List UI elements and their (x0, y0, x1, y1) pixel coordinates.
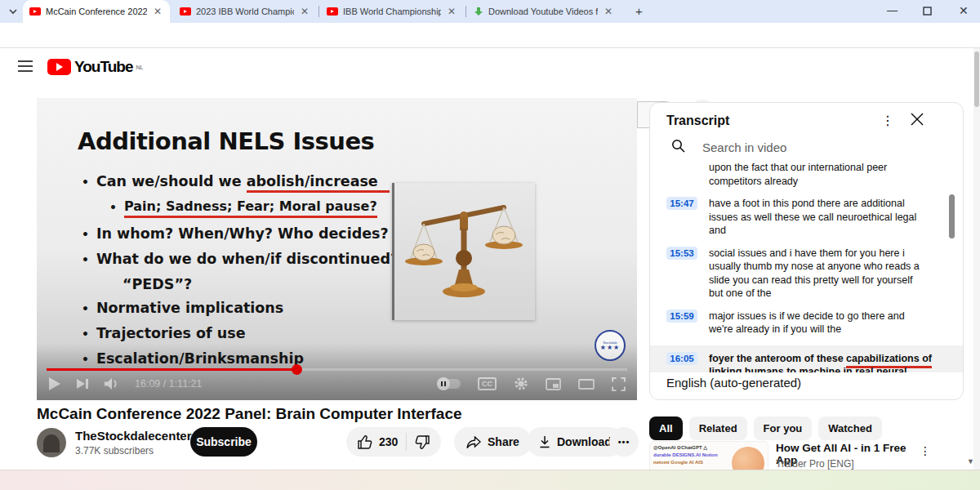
guide-menu-icon[interactable] (18, 60, 33, 72)
next-button[interactable] (76, 377, 89, 390)
window-close-button[interactable]: ✕ (959, 4, 969, 17)
play-button[interactable] (48, 376, 61, 391)
transcript-entry[interactable]: 15:59 major issues is if we decide to go… (666, 310, 948, 336)
theater-mode-button[interactable] (578, 379, 595, 390)
tab-2023-ibb[interactable]: 2023 IBB World Championship | ✕ (173, 0, 317, 23)
tab-mccain-conference[interactable]: McCain Conference 2022 Panel: ✕ (23, 0, 170, 23)
progress-scrubber[interactable] (292, 364, 302, 375)
tab-close-icon[interactable]: ✕ (299, 6, 310, 17)
transcript-language-selector[interactable]: English (auto-generated) (666, 376, 801, 390)
transcript-scrollbar[interactable] (949, 194, 955, 238)
chip-watched[interactable]: Watched (818, 416, 882, 440)
channel-name[interactable]: TheStockdalecenter (75, 429, 192, 443)
red-annotation-underline: Pain; Sadness; Fear; Moral pause? (124, 198, 377, 218)
chip-related[interactable]: Related (689, 416, 747, 440)
settings-gear-icon[interactable] (514, 376, 528, 391)
youtube-favicon (327, 7, 338, 16)
video-player[interactable]: Additional NELS Issues •Can we/should we… (37, 98, 637, 400)
autoplay-toggle[interactable] (439, 379, 461, 389)
slide-title: Additional NELS Issues (78, 127, 374, 155)
transcript-search-icon[interactable] (671, 139, 685, 153)
filter-chips-bar: All Related For you Watched (649, 416, 882, 440)
subscriber-count: 3.77K subscribers (75, 445, 154, 457)
chip-all[interactable]: All (649, 416, 683, 440)
tab-title: 2023 IBB World Championship | (196, 7, 294, 16)
like-dislike-pill: 230 (346, 427, 441, 457)
slide-bullet: •What do we do when/if discontinued? (82, 251, 433, 269)
tab-ibb-world[interactable]: IBB World Championship - YouT ✕ (320, 0, 464, 23)
channel-avatar[interactable] (37, 428, 66, 457)
dislike-icon[interactable] (415, 435, 430, 449)
browser-toolbar: youtube.com/watch?v=JKYbI7UoldQ I ⋮ (0, 23, 980, 48)
red-annotation-underline: abolish/increase (247, 173, 390, 193)
progress-played (47, 368, 296, 371)
transcript-search-input[interactable]: Search in video (702, 140, 786, 154)
tab-separator (318, 6, 319, 17)
volume-icon[interactable] (104, 377, 120, 390)
slide-bullet: •Trajectories of use (82, 325, 433, 343)
slide-bullet: •Escalation/Brinksmanship (82, 350, 433, 368)
window-minimize-button[interactable]: — (887, 4, 898, 16)
tab-title: IBB World Championship - YouT (343, 7, 441, 16)
youtube-header: YouTube NL Search I (0, 48, 980, 86)
page-scrollbar-thumb[interactable] (974, 51, 979, 107)
fullscreen-button[interactable] (612, 377, 626, 391)
suggested-video-channel[interactable]: Traider Pro [ENG] (776, 458, 854, 470)
transcript-menu-icon[interactable]: ⋮ (881, 113, 894, 128)
tab-close-icon[interactable]: ✕ (446, 6, 457, 17)
transcript-close-icon[interactable] (910, 112, 924, 127)
transcript-entry[interactable]: 15:53 social issues and i have them for … (666, 247, 948, 301)
like-count: 230 (379, 435, 398, 448)
transcript-panel: Transcript ⋮ Search in video upon the fa… (649, 102, 964, 400)
transcript-title: Transcript (666, 114, 729, 128)
tab-separator (466, 6, 466, 17)
time-display: 16:09 / 1:11:21 (135, 378, 202, 390)
stockdale-center-watermark: Stockdale ★★★ (595, 330, 626, 361)
slide-bullet-continuation: “PEDS”? (122, 276, 433, 292)
transcript-entry[interactable]: 15:47 have a foot in this pond there are… (666, 197, 948, 238)
player-controls-right: CC (439, 372, 626, 395)
player-controls-left: 16:09 / 1:11:21 (48, 372, 202, 395)
youtube-favicon (29, 7, 41, 16)
window-maximize-button[interactable] (923, 7, 932, 16)
tab-close-icon[interactable]: ✕ (152, 6, 163, 17)
youtube-region-label: NL (136, 65, 143, 70)
chip-for-you[interactable]: For you (754, 416, 813, 440)
download-icon (539, 435, 550, 448)
windows-taskbar: Typ hier om te zoeken 10°C Bewolkt (0, 470, 980, 490)
transcript-list: upon the fact that our international pee… (650, 163, 964, 372)
miniplayer-button[interactable] (546, 378, 561, 390)
youtube-logo-text: YouTube (74, 58, 132, 76)
slide-bullet: •Can we/should we abolish/increase (82, 173, 433, 191)
like-icon[interactable] (358, 435, 372, 449)
progress-bar[interactable] (47, 368, 627, 371)
youtube-logo-icon (47, 59, 71, 75)
share-icon (466, 436, 481, 448)
download-label: Download (557, 435, 612, 448)
timestamp-badge[interactable]: 16:05 (666, 352, 697, 365)
browser-titlebar: McCain Conference 2022 Panel: ✕ 2023 IBB… (0, 0, 980, 23)
youtube-logo[interactable]: YouTube NL (47, 58, 143, 76)
suggested-video-menu-icon[interactable]: ⋮ (920, 444, 931, 457)
tab-search-chevron-icon[interactable] (7, 6, 19, 17)
balance-scale-image (392, 183, 535, 320)
transcript-entry-active[interactable]: 16:05 foyer the anteroom of these capabi… (650, 345, 964, 373)
slide-bullet-list: •Can we/should we abolish/increase •Pain… (82, 173, 433, 376)
subscribe-button[interactable]: Subscribe (190, 427, 257, 457)
captions-button[interactable]: CC (478, 377, 497, 390)
share-button[interactable]: Share (454, 427, 532, 457)
slide-bullet: •In whom? When/Why? Who decides? (82, 225, 433, 243)
tab-title: McCain Conference 2022 Panel: (46, 7, 147, 16)
youtube-favicon (180, 7, 191, 16)
tab-download-videos[interactable]: Download Youtube Videos for F ✕ (467, 0, 621, 23)
slide-bullet: •Normative implications (82, 300, 433, 318)
timestamp-badge[interactable]: 15:53 (666, 247, 697, 260)
page-scrollbar-track[interactable] (973, 48, 980, 470)
transcript-partial-text: upon the fact that our international pee… (709, 163, 948, 188)
slide-sub-bullet: •Pain; Sadness; Fear; Moral pause? (109, 198, 433, 218)
timestamp-badge[interactable]: 15:47 (666, 197, 697, 210)
new-tab-button[interactable]: + (635, 4, 643, 18)
timestamp-badge[interactable]: 15:59 (666, 310, 697, 323)
tab-close-icon[interactable]: ✕ (603, 6, 614, 17)
more-actions-button[interactable]: ••• (609, 427, 639, 457)
